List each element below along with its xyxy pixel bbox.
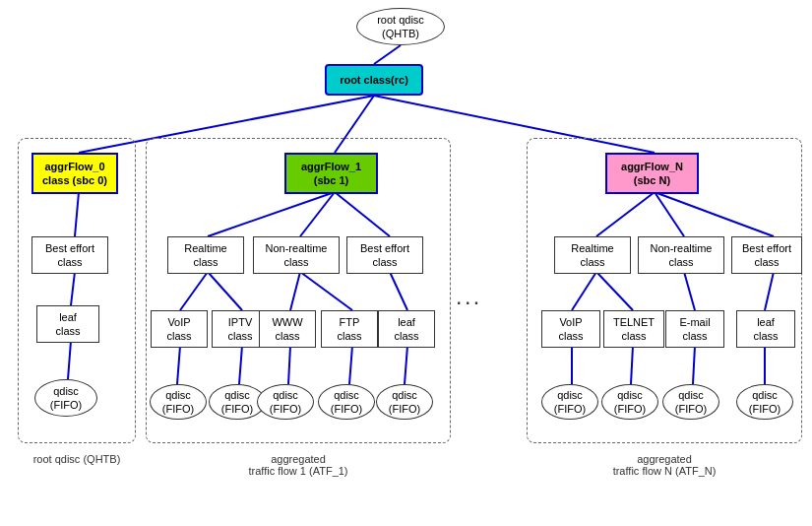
realtime1-node: Realtimeclass xyxy=(167,236,244,274)
qdisc-leaf1: qdisc(FIFO) xyxy=(376,384,433,420)
nonrealtimeN-node: Non-realtimeclass xyxy=(638,236,724,274)
atfn-label: aggregatedtraffic flow N (ATF_N) xyxy=(527,453,802,477)
root-class-node: root class(rc) xyxy=(325,64,423,96)
realtimeN-node: Realtimeclass xyxy=(554,236,631,274)
ftp1-node: FTPclass xyxy=(321,310,378,348)
besteffortN-node: Best effortclass xyxy=(731,236,802,274)
root-qdisc-node: root qdisc(QHTB) xyxy=(356,8,445,45)
qdisc0-node: qdisc(FIFO) xyxy=(34,379,97,417)
leafN-node: leafclass xyxy=(736,310,795,348)
voip1-node: VoIPclass xyxy=(151,310,208,348)
leaf1-node: leafclass xyxy=(378,310,435,348)
diagram: root qdisc (QHTB) aggregatedtraffic flow… xyxy=(0,0,812,526)
qdisc-www1: qdisc(FIFO) xyxy=(257,384,314,420)
aggrflow1-node: aggrFlow_1(sbc 1) xyxy=(284,153,378,194)
besteffort1-node: Best effortclass xyxy=(346,236,423,274)
besteffort0-node: Best effortclass xyxy=(31,236,108,274)
qdisc-ftp1: qdisc(FIFO) xyxy=(318,384,375,420)
qdisc-voipN: qdisc(FIFO) xyxy=(541,384,598,420)
aggrflow0-node: aggrFlow_0class (sbc 0) xyxy=(31,153,118,194)
atf1-label: aggregatedtraffic flow 1 (ATF_1) xyxy=(146,453,451,477)
qdisc-leafN: qdisc(FIFO) xyxy=(736,384,793,420)
qdisc-voip1: qdisc(FIFO) xyxy=(150,384,207,420)
leaf0-node: leafclass xyxy=(36,305,99,343)
aggrflown-node: aggrFlow_N(sbc N) xyxy=(605,153,699,194)
nonrealtime1-node: Non-realtimeclass xyxy=(253,236,340,274)
telnetN-node: TELNETclass xyxy=(603,310,664,348)
emailN-node: E-mailclass xyxy=(665,310,724,348)
qdisc-emailN: qdisc(FIFO) xyxy=(662,384,719,420)
qdisc-telnetN: qdisc(FIFO) xyxy=(601,384,658,420)
svg-line-0 xyxy=(374,45,401,64)
ellipsis: . . . xyxy=(457,291,478,308)
voipN-node: VoIPclass xyxy=(541,310,600,348)
www1-node: WWWclass xyxy=(259,310,316,348)
default-label: root qdisc (QHTB) xyxy=(18,453,136,465)
